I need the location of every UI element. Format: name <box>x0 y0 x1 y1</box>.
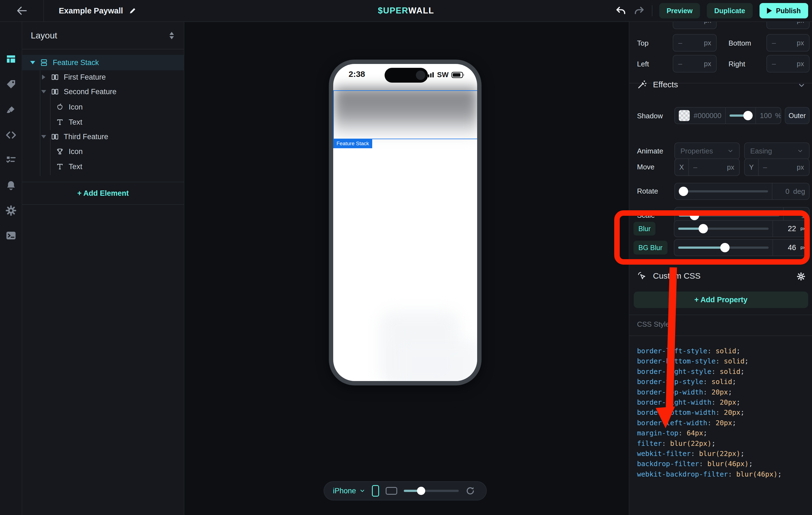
animate-properties-dropdown[interactable]: Properties <box>674 143 740 159</box>
tree-item-label: Third Feature <box>64 132 108 141</box>
preview-button[interactable]: Preview <box>659 3 700 19</box>
custom-css-title: Custom CSS <box>653 271 700 280</box>
rail-console-icon[interactable] <box>0 228 22 243</box>
padding-bottom-input[interactable]: – px <box>766 34 810 52</box>
tree-item-text-3[interactable]: Text <box>22 159 184 174</box>
css-code-line: border-left-width: 20px; <box>637 418 782 428</box>
move-y-input[interactable]: Y – px <box>744 158 810 176</box>
rotate-slider[interactable] <box>675 183 772 199</box>
sort-icon[interactable] <box>170 32 174 39</box>
css-code-line: border-bottom-width: 20px; <box>637 407 782 418</box>
css-code-line: border-right-width: 20px; <box>637 397 782 407</box>
chevron-down-icon <box>359 488 365 494</box>
rotate-value[interactable]: 0 deg <box>772 183 809 199</box>
rail-brush-icon[interactable] <box>0 102 22 118</box>
move-x-input[interactable]: X – px <box>674 158 740 176</box>
tree-item-second-feature[interactable]: Second Feature <box>22 84 184 99</box>
refresh-icon[interactable] <box>465 486 475 496</box>
landscape-orientation-button[interactable] <box>386 487 397 495</box>
shadow-opacity-value[interactable]: 100 % <box>755 108 781 124</box>
columns-icon <box>51 73 59 81</box>
portrait-orientation-button[interactable] <box>372 485 379 496</box>
caret-down-icon[interactable] <box>30 61 36 64</box>
faint-blurred-shape <box>396 341 477 381</box>
stack-icon <box>40 58 48 67</box>
rotate-slider-knob[interactable] <box>679 187 688 196</box>
padding-top-input[interactable]: – px <box>673 34 717 52</box>
shadow-color-swatch[interactable] <box>679 110 690 121</box>
duplicate-button[interactable]: Duplicate <box>707 3 753 19</box>
rail-checklist-icon[interactable] <box>0 152 22 168</box>
back-button[interactable] <box>0 0 44 22</box>
rail-notifications-icon[interactable] <box>0 177 22 193</box>
custom-css-gear-icon[interactable] <box>796 272 806 281</box>
superwall-logo: $UPERWALL <box>378 0 434 22</box>
shadow-hex-value: #000000 <box>694 112 721 120</box>
effects-section-header[interactable]: Effects <box>637 80 678 90</box>
rail-settings-icon[interactable] <box>0 203 22 218</box>
back-arrow-icon <box>16 5 28 17</box>
tree-item-first-feature[interactable]: First Feature <box>22 69 184 85</box>
publish-label: Publish <box>776 7 801 15</box>
add-element-button[interactable]: + Add Element <box>22 182 184 205</box>
padding-left-input[interactable]: – px <box>673 55 717 72</box>
publish-button[interactable]: Publish <box>759 3 808 19</box>
shadow-outer-button[interactable]: Outer <box>785 107 810 124</box>
css-code-block[interactable]: border-left-style: solid;border-bottom-s… <box>637 346 782 479</box>
status-bar-time: 2:38 <box>346 69 368 79</box>
status-bar-right: SW <box>426 70 465 79</box>
add-property-button[interactable]: + Add Property <box>634 292 808 308</box>
tree-item-label: Icon <box>69 147 83 156</box>
tree-item-label: Text <box>69 162 82 171</box>
rail-layout-icon[interactable] <box>0 51 22 67</box>
camera-dot <box>416 70 425 80</box>
selection-label: Feature Stack <box>333 139 372 148</box>
device-selector[interactable]: iPhone <box>333 487 365 495</box>
layout-panel-header: Layout <box>22 22 184 50</box>
padding-right-input[interactable]: – px <box>766 55 810 72</box>
caret-down-icon[interactable] <box>41 135 47 139</box>
padding-right-label: Right <box>728 60 745 68</box>
cursor-click-icon <box>637 271 647 281</box>
tree-item-label: Text <box>69 118 82 126</box>
iphone-screen[interactable]: Feature Stack 2:38 SW <box>333 64 477 381</box>
effects-title: Effects <box>653 80 678 89</box>
undo-icon[interactable] <box>615 5 627 17</box>
css-code-line: filter: blur(22px); <box>637 438 782 449</box>
text-icon <box>56 118 64 126</box>
effects-collapse-chevron-icon[interactable] <box>798 81 806 90</box>
redo-icon[interactable] <box>634 5 645 17</box>
rail-tag-icon[interactable] <box>0 76 22 92</box>
rotate-label: Rotate <box>637 187 658 195</box>
canvas-zoom-slider[interactable] <box>404 487 459 495</box>
caret-down-icon[interactable] <box>41 90 47 93</box>
shadow-opacity-slider[interactable] <box>725 108 755 124</box>
css-code-line: border-top-style: solid; <box>637 376 782 387</box>
tree-item-label: First Feature <box>64 73 106 82</box>
animate-easing-dropdown[interactable]: Easing <box>744 143 810 159</box>
rail-code-icon[interactable] <box>0 127 22 143</box>
shadow-slider-knob[interactable] <box>743 111 753 120</box>
shadow-color-control[interactable]: #000000 <box>675 108 725 124</box>
preview-label: Preview <box>667 7 693 15</box>
rotate-control-group: 0 deg <box>674 183 810 200</box>
battery-icon <box>451 71 465 79</box>
edit-pencil-icon[interactable] <box>128 7 137 15</box>
chevron-down-icon <box>797 148 804 154</box>
tree-item-icon-3[interactable]: Icon <box>22 144 184 159</box>
custom-css-section-header[interactable]: Custom CSS <box>637 271 700 281</box>
tree-item-feature-stack[interactable]: Feature Stack <box>22 55 184 70</box>
css-code-line: border-left-style: solid; <box>637 346 782 356</box>
page-title: Example Paywall <box>59 6 123 16</box>
tree-item-text-2[interactable]: Text <box>22 115 184 130</box>
left-icon-rail <box>0 22 22 515</box>
caret-right-icon[interactable] <box>41 75 47 80</box>
css-code-line: border-bottom-style: solid; <box>637 356 782 366</box>
add-element-label: + Add Element <box>77 189 128 198</box>
tree-item-third-feature[interactable]: Third Feature <box>22 129 184 144</box>
tree-item-icon-2[interactable]: Icon <box>22 99 184 115</box>
css-styles-label: CSS Styles <box>637 320 673 329</box>
zoom-slider-knob[interactable] <box>417 487 425 495</box>
apple-icon <box>56 103 64 111</box>
selection-outline[interactable] <box>333 90 477 139</box>
